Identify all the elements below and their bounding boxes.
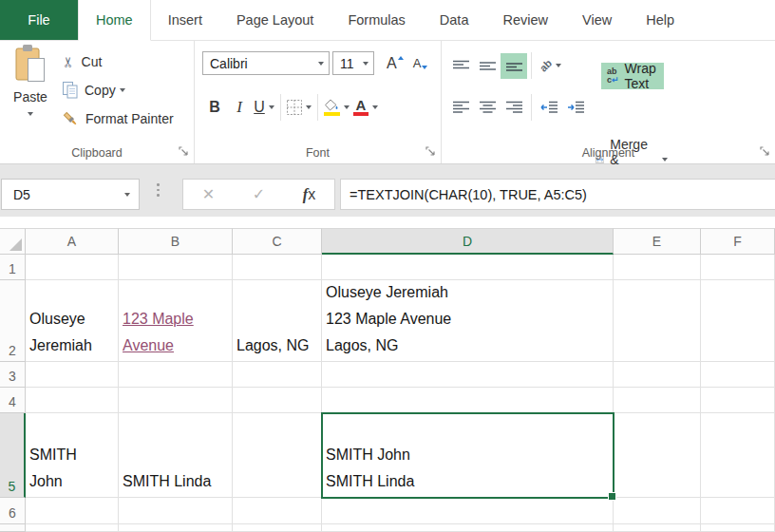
tab-view[interactable]: View: [565, 0, 629, 40]
cell-D6[interactable]: [322, 498, 614, 524]
tab-file[interactable]: File: [0, 0, 78, 40]
cancel-icon[interactable]: ✕: [202, 185, 215, 203]
cell-C3[interactable]: [233, 362, 322, 388]
cell-E3[interactable]: [614, 362, 701, 388]
cell-C1[interactable]: [233, 255, 322, 280]
tab-review[interactable]: Review: [485, 0, 565, 40]
cell-E2[interactable]: [614, 280, 701, 362]
column-header-a[interactable]: A: [26, 228, 119, 255]
clipboard-dialog-launcher-icon[interactable]: [179, 146, 189, 157]
borders-button[interactable]: [285, 94, 313, 121]
cell-F1[interactable]: [701, 255, 775, 280]
fill-handle[interactable]: [608, 492, 616, 501]
cell-E7[interactable]: [614, 524, 701, 532]
cell-A1[interactable]: [26, 255, 119, 280]
cell-C2[interactable]: Lagos, NG: [233, 280, 322, 362]
column-header-d[interactable]: D: [322, 228, 614, 255]
wrap-text-button[interactable]: ab c↵ Wrap Text: [601, 63, 664, 89]
row-header-5[interactable]: 5: [0, 413, 26, 498]
fill-color-button[interactable]: [322, 94, 351, 121]
underline-button[interactable]: U: [252, 94, 276, 121]
cell-B2-hyperlink[interactable]: 123 Maple Avenue: [119, 280, 233, 362]
cell-F2[interactable]: [701, 280, 775, 362]
cell-A2[interactable]: Oluseye Jeremiah: [26, 280, 119, 362]
cell-B6[interactable]: [119, 498, 233, 524]
font-color-caret[interactable]: [372, 105, 378, 109]
paste-button[interactable]: Paste: [4, 44, 57, 142]
cell-A4[interactable]: [26, 388, 119, 413]
font-color-button[interactable]: A: [351, 94, 380, 121]
cell-C7[interactable]: [233, 524, 322, 532]
middle-align-button[interactable]: [474, 53, 501, 79]
orientation-caret[interactable]: [556, 64, 561, 67]
align-right-button[interactable]: [501, 95, 527, 121]
column-header-b[interactable]: B: [119, 228, 233, 255]
cell-B5[interactable]: SMITH Linda: [119, 413, 233, 498]
center-button[interactable]: [474, 95, 501, 121]
font-size-combobox[interactable]: 11: [332, 51, 374, 75]
row-header-7[interactable]: [0, 524, 26, 532]
cell-F6[interactable]: [701, 498, 775, 524]
row-header-2[interactable]: 2: [0, 280, 26, 362]
cell-C6[interactable]: [233, 498, 322, 524]
font-name-combobox[interactable]: Calibri: [202, 51, 330, 75]
cell-A7[interactable]: [26, 524, 119, 532]
tab-formulas[interactable]: Formulas: [331, 0, 422, 40]
cell-D7[interactable]: [322, 524, 614, 532]
tab-home[interactable]: Home: [78, 0, 151, 41]
italic-button[interactable]: I: [227, 94, 252, 121]
cell-E5[interactable]: [614, 413, 701, 498]
tab-page-layout[interactable]: Page Layout: [219, 0, 331, 40]
cell-D5-selected[interactable]: SMITH John SMITH Linda: [322, 413, 614, 498]
cell-D3[interactable]: [322, 362, 614, 388]
bottom-align-button[interactable]: [501, 53, 527, 79]
cell-F7[interactable]: [701, 524, 775, 532]
format-painter-button[interactable]: Format Painter: [59, 104, 178, 133]
copy-button[interactable]: Copy: [59, 76, 178, 104]
cell-C4[interactable]: [233, 388, 322, 413]
cell-B3[interactable]: [119, 362, 233, 388]
cell-E4[interactable]: [614, 388, 701, 413]
cell-F5[interactable]: [701, 413, 775, 498]
row-header-3[interactable]: 3: [0, 362, 26, 388]
bold-button[interactable]: B: [202, 94, 227, 121]
cell-B7[interactable]: [119, 524, 233, 532]
copy-dropdown-caret[interactable]: [120, 88, 125, 92]
tab-insert[interactable]: Insert: [151, 0, 219, 40]
cell-B4[interactable]: [119, 388, 233, 413]
decrease-font-size-button[interactable]: A: [408, 54, 433, 73]
tab-data[interactable]: Data: [423, 0, 486, 40]
cell-A5[interactable]: SMITH John: [26, 413, 119, 498]
insert-function-button[interactable]: fx: [303, 186, 315, 203]
row-header-6[interactable]: 6: [0, 498, 26, 524]
formula-input[interactable]: =TEXTJOIN(CHAR(10), TRUE, A5:C5): [340, 179, 775, 210]
fill-color-caret[interactable]: [344, 105, 350, 109]
cell-A6[interactable]: [26, 498, 119, 524]
paste-dropdown-caret[interactable]: [28, 112, 33, 116]
cell-F3[interactable]: [701, 362, 775, 388]
column-header-e[interactable]: E: [614, 228, 701, 255]
cell-D4[interactable]: [322, 388, 614, 413]
name-box[interactable]: D5: [1, 179, 140, 210]
cell-A3[interactable]: [26, 362, 119, 388]
top-align-button[interactable]: [447, 53, 474, 79]
cell-D2[interactable]: Oluseye Jeremiah 123 Maple Avenue Lagos,…: [322, 280, 614, 362]
underline-caret[interactable]: [269, 105, 274, 109]
orientation-button[interactable]: ab: [536, 53, 565, 79]
select-all-button[interactable]: [0, 228, 26, 255]
align-left-button[interactable]: [447, 95, 474, 121]
font-dialog-launcher-icon[interactable]: [425, 146, 436, 157]
decrease-indent-button[interactable]: [536, 95, 562, 121]
increase-indent-button[interactable]: [562, 95, 589, 121]
enter-icon[interactable]: ✓: [253, 185, 265, 203]
cell-F4[interactable]: [701, 388, 775, 413]
borders-caret[interactable]: [306, 105, 312, 109]
cell-E6[interactable]: [614, 498, 701, 524]
alignment-dialog-launcher-icon[interactable]: [760, 146, 770, 157]
cell-C5[interactable]: [233, 413, 322, 498]
cut-button[interactable]: ✂ Cut: [59, 48, 178, 76]
column-header-f[interactable]: F: [701, 228, 775, 255]
cell-B1[interactable]: [119, 255, 233, 280]
increase-font-size-button[interactable]: A: [382, 54, 408, 73]
cell-D1[interactable]: [322, 255, 614, 280]
